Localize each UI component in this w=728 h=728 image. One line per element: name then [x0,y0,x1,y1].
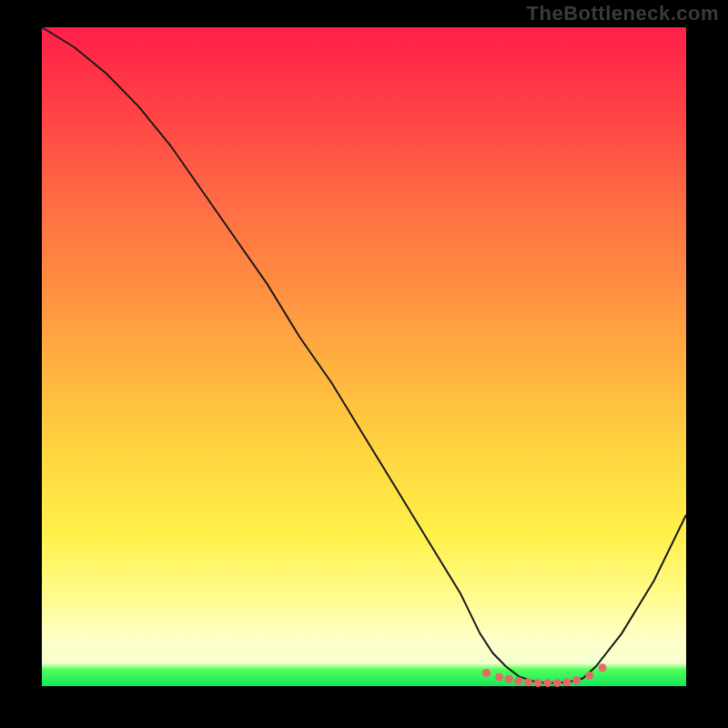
good-zone-marker [495,672,503,681]
good-zone-marker [505,675,513,683]
plot-area [42,27,686,686]
good-zone-marker [553,679,561,687]
good-zone-marker [482,669,490,677]
good-zone-marker [524,678,532,686]
good-zone-marker [514,677,522,685]
bottleneck-curve [42,27,686,682]
watermark-text: TheBottleneck.com [527,2,719,25]
good-zone-marker [599,663,607,672]
curve-svg [42,27,686,686]
good-zone-marker [563,678,571,686]
good-zone-marker [572,676,581,684]
good-zone-marker [543,679,551,687]
chart-frame: TheBottleneck.com [0,0,728,728]
good-zone-markers [482,663,607,687]
good-zone-marker [534,679,542,687]
good-zone-marker [585,672,593,680]
